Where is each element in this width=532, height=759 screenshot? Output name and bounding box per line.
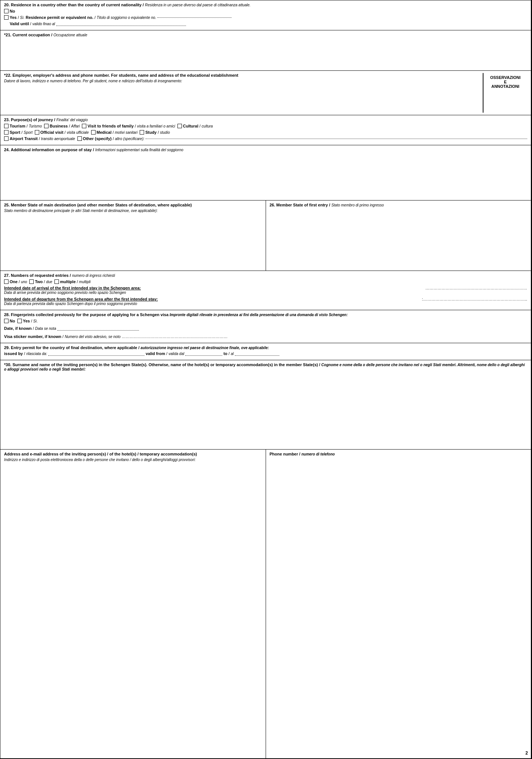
s23-tourism-checkbox[interactable] [4, 124, 9, 128]
s22-title-en: Employer, employer's address and phone n… [13, 73, 239, 77]
s25-title-it: Stato membro di destinazione principale … [4, 209, 262, 213]
s27-multiple-item: multiple / multipli [54, 279, 90, 284]
s28-yes-checkbox[interactable] [17, 319, 22, 323]
s30b-address-title-row: Address and e-mail address of the inviti… [4, 452, 262, 456]
s23-other-checkbox[interactable] [77, 136, 82, 141]
s23-official-checkbox[interactable] [35, 130, 39, 135]
section-27: 27. Numbers of requested entries / numer… [0, 271, 531, 310]
s23-official-label: Official visit [40, 130, 63, 135]
s23-other-item: Other (specify) / altro (specificare): [77, 136, 527, 141]
s20-dots1 [157, 17, 232, 18]
s23-medical-it: motivi sanitari [115, 130, 137, 135]
s23-medical-label: Medical [97, 130, 112, 135]
s27-departure-title: Intended date of departure from the Sche… [4, 297, 158, 301]
s23-tourism-label: Tourism [10, 124, 26, 128]
s27-one-label: One [10, 279, 17, 284]
s20-residence-it: Titolo di soggiorno o equivalente no. [97, 16, 156, 20]
s23-cultural-it: cultura [202, 124, 213, 128]
s20-number: 20. [4, 3, 10, 7]
s28-no-checkbox[interactable] [4, 319, 9, 323]
s23-business-checkbox[interactable] [44, 124, 49, 128]
s29-to-it: al [231, 352, 234, 356]
s20-yes-checkbox[interactable] [4, 15, 9, 20]
section-30b: Address and e-mail address of the inviti… [0, 450, 531, 759]
s27-arrival-it: Data di arrive prevista del primo soggio… [4, 291, 126, 295]
s27-one-it: uno [21, 280, 27, 284]
s28-no-yes-row: No Yes / Sì. [4, 319, 527, 323]
section-21: *21. Current occupation / Occupazione at… [0, 30, 531, 71]
s30b-phone: Phone number / numero di telefono [266, 450, 531, 758]
section-24: 24. Additional information on purpose of… [0, 145, 531, 200]
s28-date-row: Date, if known / Data se nota [4, 326, 527, 331]
s28-yes-it: Sì. [33, 319, 38, 323]
s27-number: 27. [4, 273, 10, 278]
s26-title-en: Member State of first entry [276, 203, 328, 207]
s20-yes-label: Yes [10, 15, 17, 20]
s27-one-checkbox[interactable] [4, 279, 9, 284]
s30b-phone-it: numero di telefono [302, 452, 335, 456]
s23-business-item: Business / Affari [44, 124, 80, 128]
s23-cultural-checkbox[interactable] [177, 124, 182, 128]
s30-title-row: *30. Surname and name of the inviting pe… [4, 362, 527, 371]
s29-title-en: Entry permit for the country of final de… [11, 345, 137, 350]
s20-dots2 [56, 26, 186, 26]
s30b-phone-title: Phone number [270, 452, 298, 456]
s20-no-checkbox[interactable] [4, 9, 9, 13]
s23-airport-label: Airport Transit [10, 136, 38, 141]
s25-field [4, 213, 262, 268]
s28-date-dots [57, 330, 139, 331]
s27-entries-row: One / uno Two / due multiple / multipli [4, 279, 527, 284]
section-22: *22. Employer, employer's address and ph… [0, 71, 531, 115]
s27-two-checkbox[interactable] [29, 279, 34, 284]
s23-number: 23. [4, 117, 10, 122]
s23-business-it: Affari [71, 124, 80, 128]
s23-airport-checkbox[interactable] [4, 136, 9, 141]
s27-title-it: numero di ingress richiesti [72, 274, 115, 278]
s27-title-en: Numbers of requested entries [11, 273, 69, 278]
s27-arrival-dots: ………………………………………………………………… [425, 286, 527, 290]
s28-date-label: Date, if known [4, 326, 32, 331]
s27-arrival-row: Intended date of arrival of the first in… [4, 286, 527, 295]
s22-main: *22. Employer, employer's address and ph… [4, 73, 483, 113]
s22-title-row: *22. Employer, employer's address and ph… [4, 73, 481, 77]
s20-valid-it: valido finao al [32, 22, 55, 26]
s28-no-item: No [4, 319, 15, 323]
s23-row3: Airport Transit / transito aeroportuale … [4, 136, 527, 141]
s23-sport-checkbox[interactable] [4, 130, 9, 135]
s23-sport-item: Sport / Sport [4, 130, 33, 135]
s23-other-label: Other (specify) [83, 136, 112, 141]
s23-study-checkbox[interactable] [140, 130, 144, 135]
s22-sidebar-label: OSSERVAZIONI E ANNOTAZIONI [483, 73, 527, 113]
s29-title-row: 29. Entry permit for the country of fina… [4, 345, 527, 350]
s26-title-it: Stato membro di primo ingresso [331, 203, 384, 207]
s21-number: *21. [4, 33, 11, 37]
s29-title-it: autorizzazione ingresso nel paese di des… [141, 346, 269, 350]
section-25: 25. Member State of main destination (an… [0, 200, 266, 271]
s30b-phone-title-row: Phone number / numero di telefono [270, 452, 528, 456]
s28-title-row: 28. Fingerprints collected previously fo… [4, 312, 527, 317]
section-28: 28. Fingerprints collected previously fo… [0, 310, 531, 343]
s27-multiple-checkbox[interactable] [54, 279, 59, 284]
s29-valid-label: valid from [146, 351, 165, 356]
s23-study-it: studio [160, 130, 170, 135]
s20-title-it: Residenza in un paese diverso dal paese … [145, 3, 250, 7]
s30-title-en: Surname and name of the inviting person(… [13, 362, 318, 367]
s23-visit-item: Visit to friends of family / visita a fa… [82, 124, 175, 128]
s30b-address: Address and e-mail address of the inviti… [0, 450, 266, 758]
section-25-26: 25. Member State of main destination (an… [0, 200, 531, 271]
s23-other-it: altro (specificare): [115, 137, 144, 141]
s27-two-it: due [46, 280, 52, 284]
s28-sticker-it: Numero del visto adesivo, se noto [65, 335, 121, 339]
s27-multiple-label: multiple [60, 279, 76, 284]
s26-field [270, 209, 528, 264]
section-23: 23. Purpose(s) of journey / Finalita' de… [0, 115, 531, 145]
s23-visit-checkbox[interactable] [82, 124, 86, 128]
s28-title-it: Impronte digitali rilevate in precedenza… [170, 313, 348, 317]
main-content: 20. Residence in a country other than th… [0, 0, 532, 759]
s29-issued-it: rilasciata da: [26, 352, 47, 356]
section-20-title: 20. Residence in a country other than th… [4, 3, 527, 7]
s23-tourism-it: Turismo [29, 124, 42, 128]
section-30: *30. Surname and name of the inviting pe… [0, 360, 531, 450]
s23-medical-checkbox[interactable] [91, 130, 96, 135]
s24-title-it: Informazioni supplementari sulla finalit… [95, 148, 183, 152]
